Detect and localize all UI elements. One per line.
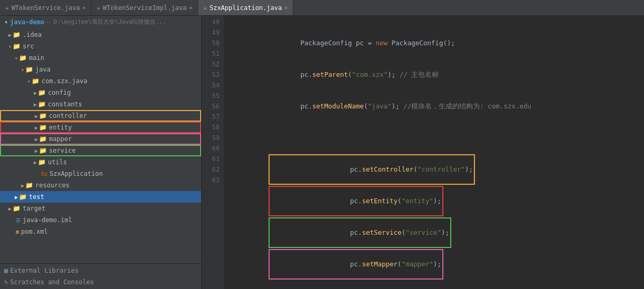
item-label: constants xyxy=(48,101,82,108)
xml-icon: m xyxy=(16,229,19,235)
sidebar-item-constants[interactable]: ▶ 📁 constants xyxy=(0,98,201,110)
line-num-50: 50 xyxy=(202,38,220,48)
line-num-54: 54 xyxy=(202,80,220,91)
iml-icon: ☰ xyxy=(16,217,21,223)
sidebar-header: ▾ java-demo – D:\mygitee\项目大全\Java玩转微信..… xyxy=(0,16,201,28)
sidebar-item-test[interactable]: ▶ 📁 test xyxy=(0,191,201,203)
item-label: java xyxy=(35,66,51,73)
tree-area: ▶ 📁 .idea ▾ 📁 src ▾ 📁 main ▾ 📁 java xyxy=(0,28,201,263)
line-num-57: 57 xyxy=(202,112,220,122)
line-num-51: 51 xyxy=(202,48,220,59)
sidebar-item-java[interactable]: ▾ 📁 java xyxy=(0,64,201,75)
arrow-icon: ▶ xyxy=(15,194,18,200)
close-icon[interactable]: ✕ xyxy=(83,5,86,11)
line-num-62: 62 xyxy=(202,164,220,175)
folder-icon: 📁 xyxy=(39,112,47,119)
code-line-52: pc.setController("controller"); xyxy=(229,164,639,175)
line-num-63: 63 xyxy=(202,175,220,185)
arrow-icon: ▾ xyxy=(15,55,18,61)
java-icon: ☕ xyxy=(97,4,101,11)
sidebar-item-utils[interactable]: ▶ 📁 utils xyxy=(0,156,201,168)
item-label: controller xyxy=(49,112,87,119)
code-line-51 xyxy=(229,133,639,143)
folder-icon: 📁 xyxy=(38,158,46,166)
arrow-icon: ▾ xyxy=(21,67,24,73)
sidebar-item-service[interactable]: ▶ 📁 service xyxy=(0,145,201,156)
arrow-icon: ▾ xyxy=(27,78,31,84)
item-label: entity xyxy=(49,124,72,131)
sidebar-item-idea[interactable]: ▶ 📁 .idea xyxy=(0,29,201,41)
sidebar-item-main[interactable]: ▾ 📁 main xyxy=(0,52,201,64)
arrow-icon: ▶ xyxy=(21,183,24,188)
arrow-icon: ▶ xyxy=(35,136,38,142)
arrow-icon: ▶ xyxy=(8,32,12,38)
close-icon[interactable]: ✕ xyxy=(284,5,288,11)
code-line-50: pc.setModuleName("java"); //模块名，生成的结构为: … xyxy=(229,101,639,112)
project-name: java-demo xyxy=(10,18,44,26)
sidebar-item-mapper[interactable]: ▶ 📁 mapper xyxy=(0,133,201,145)
sidebar-item-entity[interactable]: ▶ 📁 entity xyxy=(0,122,201,133)
project-path: – D:\mygitee\项目大全\Java玩转微信... xyxy=(46,18,166,26)
folder-icon: 📁 xyxy=(39,147,47,154)
sidebar-item-szxapplication[interactable]: Sz SzxApplication xyxy=(0,168,201,180)
item-label: .idea xyxy=(23,31,42,38)
code-line-48: PackageConfig pc = new PackageConfig(); xyxy=(229,38,639,48)
folder-icon: 📁 xyxy=(13,205,21,212)
item-label: resources xyxy=(35,182,70,189)
code-text: pc.setMapper("mapper"); xyxy=(229,238,443,289)
item-label: Scratches and Consoles xyxy=(10,278,94,286)
item-label: External Libraries xyxy=(10,267,78,274)
item-label: target xyxy=(23,205,45,212)
tab-wtokenserviceimpl[interactable]: ☕ WTokenServiceImpl.java ✕ xyxy=(92,0,199,15)
sidebar-item-scratches[interactable]: ✎ Scratches and Consoles xyxy=(0,276,201,288)
sidebar-item-iml[interactable]: ☰ java-demo.iml xyxy=(0,214,201,226)
sidebar-item-external-libraries[interactable]: ▦ External Libraries xyxy=(0,265,201,276)
folder-icon: 📁 xyxy=(19,193,27,201)
item-label: test xyxy=(29,193,44,201)
arrow-icon: ▶ xyxy=(34,160,37,165)
code-line-49: pc.setParent("com.szx"); // 主包名称 xyxy=(229,69,639,80)
item-label: src xyxy=(23,43,34,50)
arrow-icon: ▶ xyxy=(34,102,37,107)
sidebar-item-resources[interactable]: ▶ 📁 resources xyxy=(0,180,201,191)
line-num-48: 48 xyxy=(202,17,220,27)
tab-label: WTokenServiceImpl.java xyxy=(103,4,186,12)
folder-icon: 📁 xyxy=(39,135,47,143)
arrow-icon: ▶ xyxy=(35,148,38,154)
folder-icon: 📁 xyxy=(38,89,46,96)
line-num-61: 61 xyxy=(202,154,220,164)
item-label: service xyxy=(49,147,76,154)
project-icon: ▾ xyxy=(4,18,8,26)
scratches-icon: ✎ xyxy=(4,278,8,286)
tab-label: WTokenService.java xyxy=(12,4,80,12)
item-label: com.szx.java xyxy=(42,77,87,85)
lib-icon: ▦ xyxy=(4,267,8,274)
folder-icon: 📁 xyxy=(13,43,21,50)
tab-label: SzxApplication.java xyxy=(210,4,282,12)
sidebar-item-controller[interactable]: ▶ 📁 controller xyxy=(0,110,201,122)
sidebar-item-pom[interactable]: m pom.xml xyxy=(0,226,201,237)
line-num-55: 55 xyxy=(202,91,220,101)
line-num-58: 58 xyxy=(202,122,220,133)
sidebar-item-com-szx[interactable]: ▾ 📁 com.szx.java xyxy=(0,75,201,87)
java-icon: ☕ xyxy=(203,4,207,11)
tab-szxapplication[interactable]: ☕ SzxApplication.java ✕ xyxy=(198,0,293,15)
code-text: PackageConfig pc = new PackageConfig(); xyxy=(229,27,455,59)
sidebar-item-config[interactable]: ▶ 📁 config xyxy=(0,87,201,98)
folder-icon: 📁 xyxy=(38,101,46,108)
folder-icon: 📁 xyxy=(13,31,21,38)
close-icon[interactable]: ✕ xyxy=(189,5,192,11)
folder-icon: 📁 xyxy=(39,124,47,131)
main-content: ▾ java-demo – D:\mygitee\项目大全\Java玩转微信..… xyxy=(0,16,644,289)
code-content[interactable]: PackageConfig pc = new PackageConfig(); … xyxy=(224,16,644,289)
line-num-59: 59 xyxy=(202,133,220,143)
code-editor: 48 49 50 51 52 53 54 55 56 57 58 59 60 6… xyxy=(202,16,644,289)
line-num-60: 60 xyxy=(202,143,220,154)
java-file-icon: Sz xyxy=(41,171,47,177)
line-num-52: 52 xyxy=(202,59,220,69)
tab-wtokenservice[interactable]: ☕ WTokenService.java ✕ xyxy=(0,0,92,15)
sidebar-item-target[interactable]: ▶ 📁 target xyxy=(0,203,201,214)
code-line-55: pc.setMapper("mapper"); xyxy=(229,259,639,270)
sidebar-item-src[interactable]: ▾ 📁 src xyxy=(0,41,201,52)
sidebar-bottom: ▦ External Libraries ✎ Scratches and Con… xyxy=(0,263,201,289)
